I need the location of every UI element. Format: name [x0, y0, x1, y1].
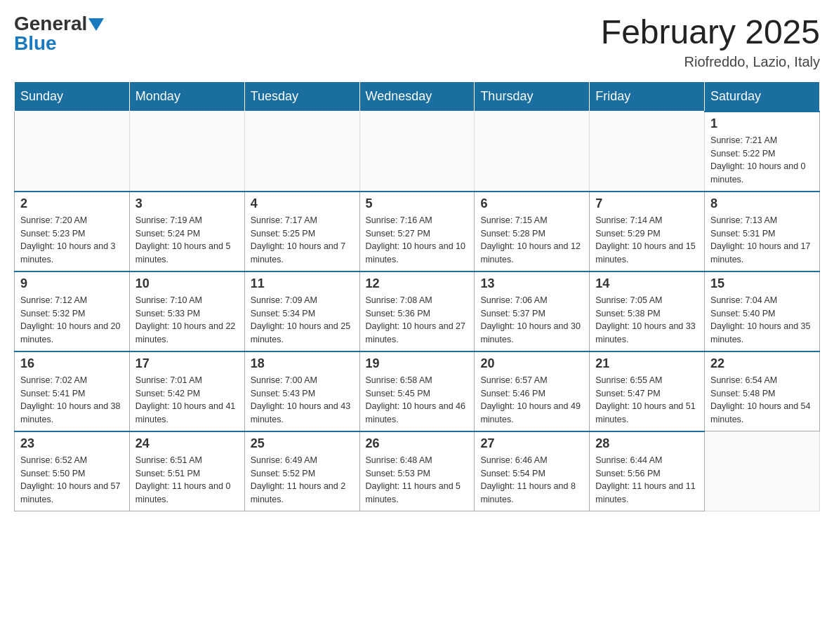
calendar-day-cell: 7Sunrise: 7:14 AMSunset: 5:29 PMDaylight…	[590, 192, 705, 271]
logo-arrow-icon	[88, 18, 104, 31]
svg-marker-0	[88, 18, 104, 31]
logo-blue: Blue	[14, 32, 57, 54]
day-number: 28	[595, 436, 699, 451]
day-number: 4	[251, 196, 354, 211]
day-info: Sunrise: 7:13 AMSunset: 5:31 PMDaylight:…	[710, 214, 814, 267]
calendar-week-row: 16Sunrise: 7:02 AMSunset: 5:41 PMDayligh…	[15, 351, 820, 431]
day-number: 20	[480, 356, 583, 371]
calendar-day-cell: 24Sunrise: 6:51 AMSunset: 5:51 PMDayligh…	[129, 431, 244, 511]
page-header: General Blue February 2025 Riofreddo, La…	[14, 14, 820, 70]
calendar-day-cell: 19Sunrise: 6:58 AMSunset: 5:45 PMDayligh…	[359, 351, 475, 431]
day-info: Sunrise: 6:54 AMSunset: 5:48 PMDaylight:…	[710, 374, 814, 427]
day-number: 22	[710, 356, 814, 371]
day-info: Sunrise: 7:16 AMSunset: 5:27 PMDaylight:…	[366, 214, 469, 267]
day-number: 9	[20, 276, 124, 291]
day-number: 10	[135, 276, 239, 291]
calendar-day-cell: 16Sunrise: 7:02 AMSunset: 5:41 PMDayligh…	[15, 351, 130, 431]
day-info: Sunrise: 6:57 AMSunset: 5:46 PMDaylight:…	[480, 374, 583, 427]
day-info: Sunrise: 7:20 AMSunset: 5:23 PMDaylight:…	[20, 214, 124, 267]
title-area: February 2025 Riofreddo, Lazio, Italy	[601, 14, 820, 70]
day-info: Sunrise: 7:06 AMSunset: 5:37 PMDaylight:…	[480, 294, 583, 347]
calendar-day-cell: 25Sunrise: 6:49 AMSunset: 5:52 PMDayligh…	[244, 431, 359, 511]
calendar-day-cell: 15Sunrise: 7:04 AMSunset: 5:40 PMDayligh…	[705, 271, 820, 351]
calendar-day-cell: 28Sunrise: 6:44 AMSunset: 5:56 PMDayligh…	[590, 431, 705, 511]
calendar-header-row: SundayMondayTuesdayWednesdayThursdayFrid…	[15, 81, 820, 112]
day-number: 8	[710, 196, 814, 211]
weekday-header-thursday: Thursday	[475, 81, 590, 112]
day-number: 17	[135, 356, 239, 371]
weekday-header-monday: Monday	[129, 81, 244, 112]
calendar-day-cell: 23Sunrise: 6:52 AMSunset: 5:50 PMDayligh…	[15, 431, 130, 511]
calendar-day-cell	[15, 112, 130, 192]
day-number: 16	[20, 356, 124, 371]
day-info: Sunrise: 7:00 AMSunset: 5:43 PMDaylight:…	[251, 374, 354, 427]
day-info: Sunrise: 7:04 AMSunset: 5:40 PMDaylight:…	[710, 294, 814, 347]
day-number: 6	[480, 196, 583, 211]
calendar-day-cell: 22Sunrise: 6:54 AMSunset: 5:48 PMDayligh…	[705, 351, 820, 431]
calendar-day-cell: 1Sunrise: 7:21 AMSunset: 5:22 PMDaylight…	[705, 112, 820, 192]
weekday-header-friday: Friday	[590, 81, 705, 112]
weekday-header-wednesday: Wednesday	[359, 81, 475, 112]
day-info: Sunrise: 7:09 AMSunset: 5:34 PMDaylight:…	[251, 294, 354, 347]
day-number: 13	[480, 276, 583, 291]
day-info: Sunrise: 7:08 AMSunset: 5:36 PMDaylight:…	[366, 294, 469, 347]
day-number: 3	[135, 196, 239, 211]
day-number: 25	[251, 436, 354, 451]
calendar-day-cell: 18Sunrise: 7:00 AMSunset: 5:43 PMDayligh…	[244, 351, 359, 431]
calendar-day-cell	[244, 112, 359, 192]
day-number: 14	[595, 276, 699, 291]
day-number: 2	[20, 196, 124, 211]
calendar-week-row: 23Sunrise: 6:52 AMSunset: 5:50 PMDayligh…	[15, 431, 820, 511]
day-number: 27	[480, 436, 583, 451]
day-number: 24	[135, 436, 239, 451]
day-info: Sunrise: 7:05 AMSunset: 5:38 PMDaylight:…	[595, 294, 699, 347]
calendar-day-cell	[705, 431, 820, 511]
calendar-week-row: 1Sunrise: 7:21 AMSunset: 5:22 PMDaylight…	[15, 112, 820, 192]
calendar-day-cell: 11Sunrise: 7:09 AMSunset: 5:34 PMDayligh…	[244, 271, 359, 351]
day-info: Sunrise: 6:49 AMSunset: 5:52 PMDaylight:…	[251, 454, 354, 507]
calendar-day-cell: 17Sunrise: 7:01 AMSunset: 5:42 PMDayligh…	[129, 351, 244, 431]
day-info: Sunrise: 7:10 AMSunset: 5:33 PMDaylight:…	[135, 294, 239, 347]
day-number: 1	[710, 116, 814, 131]
day-number: 23	[20, 436, 124, 451]
day-number: 11	[251, 276, 354, 291]
calendar-day-cell: 2Sunrise: 7:20 AMSunset: 5:23 PMDaylight…	[15, 192, 130, 271]
day-number: 19	[366, 356, 469, 371]
calendar-day-cell	[475, 112, 590, 192]
calendar-week-row: 9Sunrise: 7:12 AMSunset: 5:32 PMDaylight…	[15, 271, 820, 351]
day-info: Sunrise: 7:15 AMSunset: 5:28 PMDaylight:…	[480, 214, 583, 267]
calendar-day-cell: 9Sunrise: 7:12 AMSunset: 5:32 PMDaylight…	[15, 271, 130, 351]
day-info: Sunrise: 6:55 AMSunset: 5:47 PMDaylight:…	[595, 374, 699, 427]
calendar-day-cell: 8Sunrise: 7:13 AMSunset: 5:31 PMDaylight…	[705, 192, 820, 271]
day-info: Sunrise: 7:14 AMSunset: 5:29 PMDaylight:…	[595, 214, 699, 267]
day-info: Sunrise: 6:48 AMSunset: 5:53 PMDaylight:…	[366, 454, 469, 507]
calendar-day-cell: 6Sunrise: 7:15 AMSunset: 5:28 PMDaylight…	[475, 192, 590, 271]
calendar-day-cell	[590, 112, 705, 192]
day-info: Sunrise: 7:17 AMSunset: 5:25 PMDaylight:…	[251, 214, 354, 267]
day-number: 7	[595, 196, 699, 211]
day-info: Sunrise: 7:12 AMSunset: 5:32 PMDaylight:…	[20, 294, 124, 347]
calendar-day-cell: 5Sunrise: 7:16 AMSunset: 5:27 PMDaylight…	[359, 192, 475, 271]
month-title: February 2025	[601, 14, 820, 51]
day-info: Sunrise: 7:01 AMSunset: 5:42 PMDaylight:…	[135, 374, 239, 427]
day-number: 12	[366, 276, 469, 291]
day-number: 5	[366, 196, 469, 211]
day-info: Sunrise: 6:58 AMSunset: 5:45 PMDaylight:…	[366, 374, 469, 427]
calendar-day-cell: 10Sunrise: 7:10 AMSunset: 5:33 PMDayligh…	[129, 271, 244, 351]
day-info: Sunrise: 7:02 AMSunset: 5:41 PMDaylight:…	[20, 374, 124, 427]
calendar-day-cell: 13Sunrise: 7:06 AMSunset: 5:37 PMDayligh…	[475, 271, 590, 351]
day-info: Sunrise: 6:51 AMSunset: 5:51 PMDaylight:…	[135, 454, 239, 507]
calendar-day-cell: 27Sunrise: 6:46 AMSunset: 5:54 PMDayligh…	[475, 431, 590, 511]
calendar-day-cell: 14Sunrise: 7:05 AMSunset: 5:38 PMDayligh…	[590, 271, 705, 351]
day-number: 21	[595, 356, 699, 371]
calendar-day-cell: 4Sunrise: 7:17 AMSunset: 5:25 PMDaylight…	[244, 192, 359, 271]
calendar-day-cell	[359, 112, 475, 192]
calendar-day-cell	[129, 112, 244, 192]
day-number: 18	[251, 356, 354, 371]
day-number: 15	[710, 276, 814, 291]
logo: General Blue	[14, 14, 104, 53]
weekday-header-sunday: Sunday	[15, 81, 130, 112]
calendar-day-cell: 3Sunrise: 7:19 AMSunset: 5:24 PMDaylight…	[129, 192, 244, 271]
day-info: Sunrise: 7:21 AMSunset: 5:22 PMDaylight:…	[710, 134, 814, 187]
day-info: Sunrise: 6:46 AMSunset: 5:54 PMDaylight:…	[480, 454, 583, 507]
